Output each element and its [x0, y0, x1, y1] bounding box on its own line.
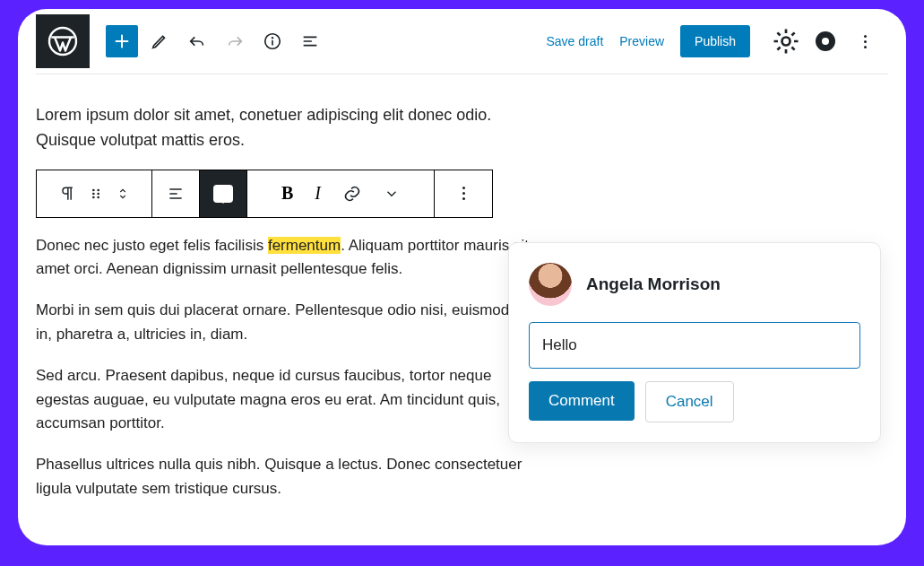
chevron-down-icon[interactable]	[384, 186, 400, 202]
comment-submit-button[interactable]: Comment	[529, 381, 635, 421]
svg-point-4	[782, 38, 790, 46]
undo-icon	[187, 31, 207, 51]
svg-point-7	[92, 192, 95, 195]
comment-tool-button[interactable]	[200, 170, 247, 217]
italic-button[interactable]: I	[315, 183, 321, 204]
more-options-button[interactable]	[849, 25, 881, 57]
align-left-icon	[167, 185, 185, 203]
align-button[interactable]	[152, 170, 200, 217]
svg-point-10	[97, 196, 99, 198]
svg-point-5	[92, 188, 95, 191]
edit-mode-button[interactable]	[143, 25, 176, 57]
link-icon[interactable]	[342, 184, 362, 204]
svg-point-0	[49, 28, 76, 55]
wordpress-logo[interactable]	[36, 14, 90, 68]
bold-button[interactable]: B	[281, 183, 293, 204]
editor-window: Save draft Preview Publish Lorem ipsum d…	[18, 9, 906, 545]
redo-button[interactable]	[219, 25, 251, 57]
document-body: Donec nec justo eget felis facilisis fer…	[36, 234, 529, 501]
comment-user-name: Angela Morrison	[586, 274, 721, 294]
comment-cancel-button[interactable]: Cancel	[645, 381, 734, 422]
block-more-button[interactable]	[435, 170, 492, 217]
svg-point-3	[272, 38, 273, 39]
info-icon	[263, 31, 282, 51]
move-updown-icon[interactable]	[116, 183, 130, 205]
paragraph-block[interactable]: Phasellus ultrices nulla quis nibh. Quis…	[36, 453, 529, 501]
comment-input[interactable]	[529, 322, 860, 369]
wordpress-icon	[47, 25, 79, 57]
highlighted-text[interactable]: fermentum	[268, 237, 341, 254]
outline-icon	[300, 31, 320, 51]
top-toolbar: Save draft Preview Publish	[36, 9, 888, 74]
text-run: Donec nec justo eget felis facilisis	[36, 237, 268, 254]
outline-button[interactable]	[294, 25, 326, 57]
svg-point-8	[97, 192, 99, 195]
svg-point-9	[92, 196, 95, 198]
comment-header: Angela Morrison	[529, 263, 860, 306]
settings-button[interactable]	[770, 25, 802, 57]
drag-handle-icon[interactable]	[89, 185, 103, 203]
publish-button[interactable]: Publish	[680, 25, 750, 57]
block-toolbar: B I	[36, 170, 493, 218]
comment-popover: Angela Morrison Comment Cancel	[508, 242, 881, 443]
comment-actions: Comment Cancel	[529, 381, 860, 422]
vertical-ellipsis-icon	[462, 184, 465, 203]
svg-point-6	[97, 188, 99, 191]
circle-dot-icon	[816, 31, 835, 51]
chat-bubble-icon	[213, 185, 233, 203]
undo-button[interactable]	[181, 25, 213, 57]
save-draft-link[interactable]: Save draft	[546, 34, 603, 48]
jetpack-button[interactable]	[809, 25, 842, 57]
avatar	[529, 263, 572, 306]
plus-icon	[112, 31, 132, 51]
paragraph-icon[interactable]	[58, 185, 76, 203]
add-block-button[interactable]	[106, 25, 138, 57]
preview-link[interactable]: Preview	[619, 34, 664, 48]
redo-icon	[225, 31, 245, 51]
vertical-ellipsis-icon	[864, 32, 867, 51]
paragraph-block[interactable]: Sed arcu. Praesent dapibus, neque id cur…	[36, 364, 529, 435]
pencil-icon	[150, 31, 169, 51]
paragraph-block[interactable]: Donec nec justo eget felis facilisis fer…	[36, 234, 529, 282]
intro-paragraph[interactable]: Lorem ipsum dolor sit amet, conetuer adi…	[36, 103, 538, 153]
info-button[interactable]	[256, 25, 289, 57]
gear-icon	[770, 25, 802, 57]
paragraph-block[interactable]: Morbi in sem quis dui placerat ornare. P…	[36, 299, 529, 346]
